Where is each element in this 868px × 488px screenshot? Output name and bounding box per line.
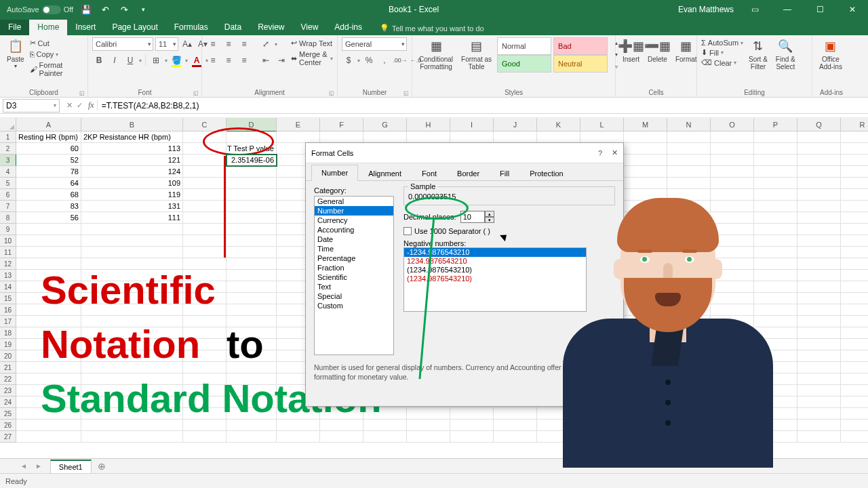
cell-R21[interactable]: [841, 362, 868, 373]
cell-O1[interactable]: [711, 131, 754, 143]
column-header-Q[interactable]: Q: [797, 118, 841, 131]
cell-B14[interactable]: [81, 281, 183, 293]
cell-R3[interactable]: [841, 155, 868, 166]
cell-R18[interactable]: [841, 327, 868, 339]
cell-B9[interactable]: [81, 224, 183, 235]
cell-O4[interactable]: [711, 166, 754, 178]
cell-P14[interactable]: [754, 281, 797, 293]
cell-K26[interactable]: [537, 420, 580, 431]
delete-cells-button[interactable]: ➖▦Delete: [645, 37, 670, 64]
dialog-close-icon[interactable]: ✕: [612, 148, 618, 157]
fill-color-button[interactable]: 🪣: [170, 54, 183, 67]
save-icon[interactable]: 💾: [80, 3, 92, 16]
tab-data[interactable]: Data: [216, 20, 250, 35]
cell-C2[interactable]: [183, 143, 226, 155]
maximize-icon[interactable]: ☐: [808, 0, 831, 19]
cell-D6[interactable]: [226, 189, 277, 201]
row-header-15[interactable]: 15: [0, 293, 16, 304]
cell-H25[interactable]: [407, 408, 450, 420]
cell-I26[interactable]: [450, 420, 494, 431]
align-right-icon[interactable]: ≡: [237, 54, 251, 67]
cell-C5[interactable]: [183, 178, 226, 189]
cell-R27[interactable]: [841, 431, 868, 443]
dialog-tab-fill[interactable]: Fill: [490, 165, 519, 181]
ribbon-options-icon[interactable]: ▭: [743, 0, 766, 19]
category-date[interactable]: Date: [315, 235, 393, 244]
cell-D20[interactable]: [226, 350, 277, 362]
cell-Q2[interactable]: [797, 143, 841, 155]
cell-P3[interactable]: [754, 155, 797, 166]
cell-B5[interactable]: 109: [81, 178, 183, 189]
cell-Q19[interactable]: [797, 339, 841, 350]
cell-Q22[interactable]: [797, 373, 841, 385]
cell-N1[interactable]: [667, 131, 711, 143]
cell-R9[interactable]: [841, 224, 868, 235]
cell-P25[interactable]: [754, 408, 797, 420]
formula-input[interactable]: =T.TEST(A2:A8,B2:B8,2,1): [100, 101, 868, 110]
category-fraction[interactable]: Fraction: [315, 263, 393, 272]
dialog-launcher-icon[interactable]: ◱: [193, 90, 199, 96]
cell-Q21[interactable]: [797, 362, 841, 373]
enter-formula-icon[interactable]: ✓: [77, 101, 83, 110]
dialog-tab-alignment[interactable]: Alignment: [358, 165, 412, 181]
cell-N4[interactable]: [667, 166, 711, 178]
cell-A21[interactable]: [16, 362, 81, 373]
dialog-tab-border[interactable]: Border: [447, 165, 490, 181]
cell-P27[interactable]: [754, 431, 797, 443]
cell-B25[interactable]: [81, 408, 183, 420]
row-header-23[interactable]: 23: [0, 385, 16, 396]
cell-O5[interactable]: [711, 178, 754, 189]
cell-B15[interactable]: [81, 293, 183, 304]
cell-A1[interactable]: Resting HR (bpm): [16, 131, 81, 143]
tab-file[interactable]: File: [0, 20, 29, 35]
cell-A7[interactable]: 83: [16, 201, 81, 212]
cell-M6[interactable]: [624, 189, 667, 201]
cell-A24[interactable]: [16, 396, 81, 408]
category-percentage[interactable]: Percentage: [315, 253, 393, 263]
cell-O10[interactable]: [711, 235, 754, 247]
cell-M13[interactable]: [624, 270, 667, 281]
cell-A9[interactable]: [16, 224, 81, 235]
cell-Q17[interactable]: [797, 316, 841, 327]
cell-D16[interactable]: [226, 304, 277, 316]
row-header-16[interactable]: 16: [0, 304, 16, 316]
cell-O18[interactable]: [711, 327, 754, 339]
row-header-6[interactable]: 6: [0, 189, 16, 201]
cell-O25[interactable]: [711, 408, 754, 420]
cell-M18[interactable]: [624, 327, 667, 339]
row-header-22[interactable]: 22: [0, 373, 16, 385]
cell-F1[interactable]: [320, 131, 363, 143]
cell-L27[interactable]: [580, 431, 624, 443]
cell-C25[interactable]: [183, 408, 226, 420]
increase-indent-icon[interactable]: ⇥: [275, 54, 288, 67]
cell-M1[interactable]: [624, 131, 667, 143]
cell-M10[interactable]: [624, 235, 667, 247]
cell-D3[interactable]: 2.35149E-06: [226, 155, 277, 166]
cell-O19[interactable]: [711, 339, 754, 350]
cell-B24[interactable]: [81, 396, 183, 408]
cell-B20[interactable]: [81, 350, 183, 362]
cell-D2[interactable]: T Test P value: [226, 143, 277, 155]
spinner-down-icon[interactable]: ▼: [485, 217, 494, 223]
cell-C12[interactable]: [183, 258, 226, 270]
cell-Q25[interactable]: [797, 408, 841, 420]
cell-E26[interactable]: [277, 420, 320, 431]
cell-D19[interactable]: [226, 339, 277, 350]
category-special[interactable]: Special: [315, 291, 393, 301]
cell-J27[interactable]: [494, 431, 537, 443]
cell-K1[interactable]: [537, 131, 580, 143]
cell-H1[interactable]: [407, 131, 450, 143]
find-select-button[interactable]: 🔍Find & Select: [773, 37, 798, 72]
cell-style-normal[interactable]: Normal: [497, 37, 551, 55]
cell-Q12[interactable]: [797, 258, 841, 270]
cell-O9[interactable]: [711, 224, 754, 235]
cell-C23[interactable]: [183, 385, 226, 396]
cell-E25[interactable]: [277, 408, 320, 420]
fill-button[interactable]: ⬇ Fill ▾: [701, 48, 743, 57]
cell-I27[interactable]: [450, 431, 494, 443]
negative-numbers-list[interactable]: -1234.98765432101234.9876543210(1234.987…: [403, 247, 587, 312]
cell-C4[interactable]: [183, 166, 226, 178]
row-header-11[interactable]: 11: [0, 247, 16, 258]
row-header-27[interactable]: 27: [0, 431, 16, 443]
tab-formulas[interactable]: Formulas: [166, 20, 216, 35]
